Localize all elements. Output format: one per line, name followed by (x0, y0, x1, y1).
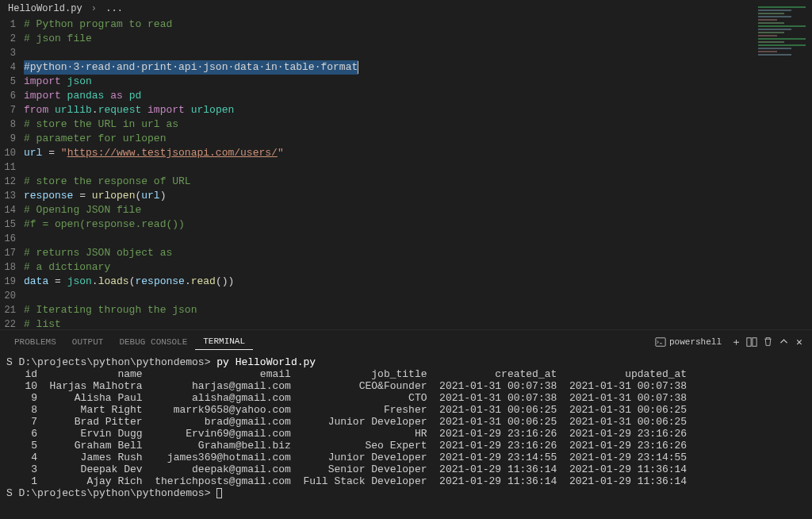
breadcrumb-file[interactable]: HelloWorld.py (8, 3, 82, 14)
code-line[interactable] (24, 289, 812, 303)
line-number: 20 (0, 289, 16, 303)
line-number: 10 (0, 146, 16, 160)
terminal-shell-selector[interactable]: powershell (655, 336, 722, 348)
kill-terminal-button[interactable] (761, 336, 774, 348)
line-number: 18 (0, 260, 16, 275)
line-number: 22 (0, 317, 16, 329)
panel-tab-output[interactable]: OUTPUT (64, 334, 112, 350)
panel-tab-problems[interactable]: PROBLEMS (6, 334, 64, 350)
code-line[interactable]: # parameter for urlopen (24, 132, 812, 146)
code-line[interactable] (24, 160, 812, 175)
line-number: 6 (0, 89, 16, 103)
code-line[interactable] (24, 46, 812, 60)
line-number: 9 (0, 132, 16, 146)
breadcrumb[interactable]: HelloWorld.py › ... (0, 0, 812, 17)
new-terminal-button[interactable]: ＋ (730, 336, 742, 348)
line-number: 2 (0, 32, 16, 46)
chevron-up-icon (779, 336, 789, 347)
line-number: 5 (0, 75, 16, 89)
line-number: 14 (0, 203, 16, 217)
terminal-icon (655, 336, 666, 348)
editor[interactable]: 1234567891011121314151617181920212223 # … (0, 17, 812, 329)
code-line[interactable]: url = "https://www.testjsonapi.com/users… (24, 146, 812, 160)
minimap[interactable] (758, 6, 806, 62)
code-line[interactable]: # json file (24, 32, 812, 46)
line-number: 4 (0, 60, 16, 75)
trash-icon (763, 336, 773, 347)
code-line[interactable]: # returns JSON object as (24, 246, 812, 260)
maximize-panel-button[interactable] (777, 336, 790, 348)
code-line[interactable]: # a dictionary (24, 260, 812, 275)
code-line[interactable] (24, 232, 812, 246)
panel-tabs: PROBLEMSOUTPUTDEBUG CONSOLETERMINAL powe… (0, 330, 812, 353)
split-icon (746, 336, 757, 348)
shell-label: powershell (669, 337, 722, 347)
code-line[interactable]: #f = open(response.read()) (24, 217, 812, 232)
panel: PROBLEMSOUTPUTDEBUG CONSOLETERMINAL powe… (0, 329, 812, 518)
code-line[interactable]: response = urlopen(url) (24, 189, 812, 203)
breadcrumb-separator: › (91, 3, 97, 14)
code-line[interactable]: # store the URL in url as (24, 117, 812, 132)
editor-gutter: 1234567891011121314151617181920212223 (0, 17, 24, 329)
code-line[interactable]: #python·3·read·and·print·api·json·data·i… (24, 60, 812, 75)
line-number: 19 (0, 275, 16, 289)
line-number: 13 (0, 189, 16, 203)
line-number: 1 (0, 17, 16, 32)
line-number: 21 (0, 303, 16, 317)
line-number: 8 (0, 117, 16, 132)
breadcrumb-tail[interactable]: ... (105, 3, 123, 14)
line-number: 7 (0, 103, 16, 117)
svg-rect-1 (747, 337, 751, 346)
line-number: 3 (0, 46, 16, 60)
code-line[interactable]: from urllib.request import urlopen (24, 103, 812, 117)
code-line[interactable]: # list (24, 317, 812, 329)
code-line[interactable]: # Python program to read (24, 17, 812, 32)
panel-tab-debug-console[interactable]: DEBUG CONSOLE (111, 334, 195, 350)
line-number: 15 (0, 217, 16, 232)
code-line[interactable]: # Opening JSON file (24, 203, 812, 217)
close-panel-button[interactable]: ✕ (793, 336, 806, 348)
editor-code[interactable]: # Python program to read# json file#pyth… (24, 17, 812, 329)
code-line[interactable]: import pandas as pd (24, 89, 812, 103)
line-number: 16 (0, 232, 16, 246)
line-number: 17 (0, 246, 16, 260)
terminal-output[interactable]: S D:\projects\python\pythondemos> py Hel… (0, 353, 812, 518)
split-terminal-button[interactable] (745, 336, 758, 348)
code-line[interactable]: # Iterating through the json (24, 303, 812, 317)
svg-rect-2 (753, 337, 756, 346)
code-line[interactable]: import json (24, 75, 812, 89)
line-number: 11 (0, 160, 16, 175)
line-number: 12 (0, 175, 16, 189)
code-line[interactable]: data = json.loads(response.read()) (24, 275, 812, 289)
svg-rect-0 (656, 337, 665, 346)
code-line[interactable]: # store the response of URL (24, 175, 812, 189)
panel-tab-terminal[interactable]: TERMINAL (195, 333, 253, 350)
